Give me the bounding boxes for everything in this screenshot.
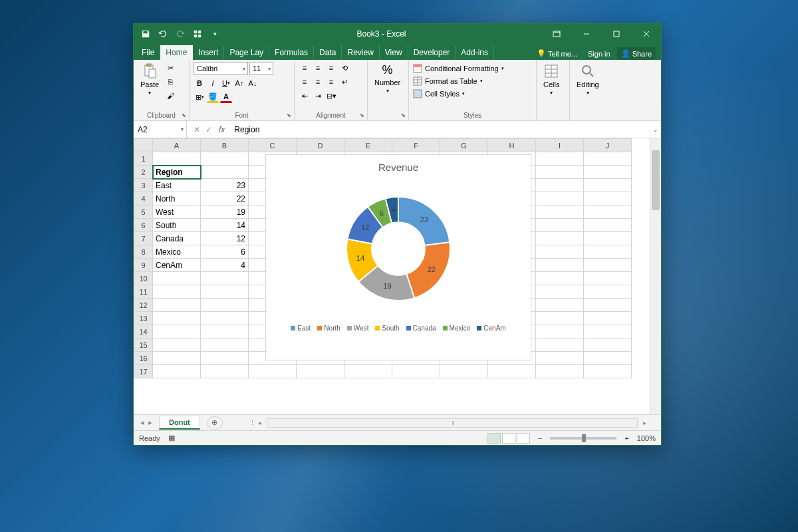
cell[interactable]: West: [153, 205, 201, 219]
increase-font-icon[interactable]: A↑: [233, 77, 245, 89]
hscroll-left-icon[interactable]: ◂: [255, 420, 264, 426]
row-header[interactable]: 5: [134, 205, 153, 219]
cell[interactable]: [249, 365, 297, 378]
bold-button[interactable]: B: [194, 77, 205, 89]
cell-styles-button[interactable]: Cell Styles▾: [413, 88, 465, 99]
cell[interactable]: [584, 179, 632, 192]
undo-icon[interactable]: [156, 27, 170, 41]
cell[interactable]: [536, 192, 584, 205]
column-header[interactable]: F: [392, 139, 440, 152]
expand-formula-bar-icon[interactable]: ⌄: [650, 126, 661, 133]
cell[interactable]: [584, 272, 632, 285]
cell[interactable]: [153, 152, 201, 166]
cancel-formula-icon[interactable]: ✕: [194, 125, 200, 134]
sign-in-button[interactable]: Sign in: [584, 48, 614, 60]
select-all-corner[interactable]: [134, 139, 153, 152]
paste-button[interactable]: Paste ▾: [138, 62, 162, 97]
column-header[interactable]: B: [201, 139, 249, 152]
enter-formula-icon[interactable]: ✓: [205, 125, 212, 134]
cell[interactable]: [201, 365, 249, 378]
column-header[interactable]: G: [440, 139, 488, 152]
cell[interactable]: [153, 365, 201, 378]
cells-button[interactable]: Cells ▾: [541, 62, 562, 97]
cell[interactable]: 4: [201, 259, 249, 272]
cell[interactable]: [201, 312, 249, 325]
cell[interactable]: [584, 365, 632, 378]
column-header[interactable]: J: [584, 139, 632, 152]
font-size-select[interactable]: 11: [249, 62, 273, 75]
cell[interactable]: [584, 338, 632, 352]
alignment-dialog-launcher[interactable]: ⬊: [358, 111, 366, 119]
tab-formulas[interactable]: Formulas: [269, 45, 314, 60]
column-header[interactable]: C: [249, 139, 297, 152]
number-format-button[interactable]: % Number ▾: [372, 62, 403, 95]
cut-icon[interactable]: ✂: [164, 62, 176, 74]
cell[interactable]: [584, 205, 632, 219]
touch-mode-icon[interactable]: [191, 27, 204, 41]
sheet-tab[interactable]: Donut: [159, 416, 200, 430]
cell[interactable]: [536, 245, 584, 259]
ribbon-display-icon[interactable]: [541, 24, 571, 44]
cell[interactable]: [584, 219, 632, 232]
column-header[interactable]: D: [297, 139, 344, 152]
font-color-icon[interactable]: A: [220, 91, 232, 103]
fill-color-icon[interactable]: 🪣: [207, 91, 219, 103]
cell[interactable]: [536, 219, 584, 232]
column-header[interactable]: H: [488, 139, 536, 152]
tab-developer[interactable]: Developer: [408, 45, 456, 60]
row-header[interactable]: 16: [134, 352, 153, 365]
cell[interactable]: [153, 285, 201, 299]
tab-file[interactable]: File: [136, 45, 160, 60]
cell[interactable]: [584, 325, 632, 338]
cell[interactable]: [440, 365, 488, 378]
column-header[interactable]: I: [536, 139, 584, 152]
tab-view[interactable]: View: [380, 45, 408, 60]
font-name-select[interactable]: Calibri: [194, 62, 248, 75]
cell[interactable]: [153, 299, 201, 312]
row-header[interactable]: 9: [134, 259, 153, 272]
cell[interactable]: [201, 325, 249, 338]
column-header[interactable]: E: [344, 139, 392, 152]
align-center-icon[interactable]: ≡: [312, 76, 324, 88]
cell[interactable]: Region: [153, 166, 201, 179]
cell[interactable]: [201, 285, 249, 299]
tab-review[interactable]: Review: [342, 45, 379, 60]
vertical-scrollbar[interactable]: [650, 138, 661, 414]
cell[interactable]: [201, 272, 249, 285]
chart-object[interactable]: Revenue 232219141264 EastNorthWestSouthC…: [265, 154, 531, 360]
orientation-icon[interactable]: ⟲: [338, 62, 350, 74]
cell[interactable]: [584, 259, 632, 272]
row-header[interactable]: 3: [134, 179, 153, 192]
cell[interactable]: [297, 365, 344, 378]
cell[interactable]: [536, 179, 584, 192]
font-dialog-launcher[interactable]: ⬊: [285, 111, 293, 119]
cell[interactable]: [584, 245, 632, 259]
maximize-icon[interactable]: [601, 24, 631, 44]
row-header[interactable]: 6: [134, 219, 153, 232]
share-button[interactable]: 👤Share: [617, 47, 656, 60]
cell[interactable]: [392, 365, 440, 378]
cell[interactable]: [201, 352, 249, 365]
cell[interactable]: [153, 325, 201, 338]
decrease-indent-icon[interactable]: ⇤: [299, 90, 311, 102]
align-right-icon[interactable]: ≡: [325, 76, 337, 88]
row-header[interactable]: 7: [134, 232, 153, 245]
normal-view-icon[interactable]: [487, 433, 501, 444]
cell[interactable]: [201, 299, 249, 312]
increase-indent-icon[interactable]: ⇥: [312, 90, 324, 102]
cell[interactable]: [153, 272, 201, 285]
cell[interactable]: [536, 166, 584, 179]
cell[interactable]: [536, 285, 584, 299]
row-header[interactable]: 11: [134, 285, 153, 299]
cell[interactable]: 12: [201, 232, 249, 245]
cell[interactable]: [153, 312, 201, 325]
cell[interactable]: [584, 299, 632, 312]
tab-insert[interactable]: Insert: [193, 45, 224, 60]
cell[interactable]: Canada: [153, 232, 201, 245]
cell[interactable]: CenAm: [153, 259, 201, 272]
cell[interactable]: [584, 312, 632, 325]
tell-me-button[interactable]: 💡Tell me...: [533, 47, 581, 60]
macro-record-icon[interactable]: ▦: [168, 434, 175, 442]
cell[interactable]: [488, 365, 536, 378]
titlebar[interactable]: ▾ Book3 - Excel: [134, 24, 661, 44]
